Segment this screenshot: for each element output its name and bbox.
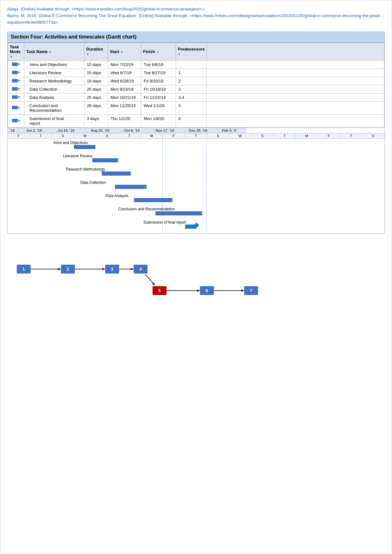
col-header-task-mode[interactable]: TaskMode ▼ xyxy=(8,43,24,60)
gantt-day-cell: F xyxy=(8,133,30,138)
task-mode-icon xyxy=(12,79,20,82)
gantt-task-label: Literature Review xyxy=(63,154,92,158)
predecessors-cell: 5 xyxy=(176,101,207,114)
network-node-label: 6 xyxy=(206,288,208,293)
col-dropdown-finish[interactable]: ▼ xyxy=(156,51,159,54)
col-dropdown-task-name[interactable]: ▼ xyxy=(49,51,51,54)
task-name-cell: Data Analysis xyxy=(24,93,84,101)
svg-marker-9 xyxy=(197,289,200,292)
col-dropdown-start[interactable]: ▼ xyxy=(120,51,123,54)
task-name-cell: Data Collection xyxy=(24,85,84,93)
task-name-text: Research Methodology xyxy=(29,79,72,83)
task-name-cell: Literature Review xyxy=(24,69,84,77)
task-mode-cell xyxy=(8,93,24,101)
start-cell: Mon 9/23/19 xyxy=(108,85,141,93)
col-header-task-name[interactable]: Task Name ▼ xyxy=(24,43,84,60)
predecessors-cell xyxy=(176,60,207,69)
gantt-bar xyxy=(74,145,95,149)
gantt-chart-body: Aims and ObjectivesLiterature ReviewRese… xyxy=(8,139,384,233)
task-name-text: Conclusion and xyxy=(29,103,58,108)
predecessors-cell: 6 xyxy=(176,114,207,127)
finish-cell: Fri 10/18/19 xyxy=(141,85,176,93)
gantt-date-cell: ,'19 xyxy=(8,128,25,133)
gantt-bar xyxy=(115,185,147,189)
task-name-text: Data Analysis xyxy=(29,95,54,100)
task-name-text: report xyxy=(29,121,40,126)
col-header-start[interactable]: Start ▼ xyxy=(108,43,141,60)
extra-cell xyxy=(207,114,384,127)
gantt-day-cell: M xyxy=(296,133,318,138)
task-mode-icon xyxy=(12,87,20,91)
task-name-cell: Research Methodology xyxy=(24,77,84,85)
gantt-date-cell: Nov 17, '19 xyxy=(154,128,188,133)
gantt-task-label: Conclusion and Recommendetion xyxy=(118,207,175,211)
gantt-day-cell: M xyxy=(141,133,163,138)
col-header-duration[interactable]: Duration ▼ xyxy=(84,43,108,60)
finish-cell: Fri 9/20/19 xyxy=(141,77,176,85)
gantt-date-header: ,'19Jun 2, '19Jul 14, '19Aug 25, '19Oct … xyxy=(8,128,384,133)
task-mode-icon xyxy=(12,106,20,109)
reference-1: Adapt. [Online] Available through: <http… xyxy=(7,6,385,13)
task-name-text: Data Collection xyxy=(29,87,57,92)
start-cell: Wed 8/28/19 xyxy=(108,77,141,85)
gantt-chart-area: ,'19Jun 2, '19Jul 14, '19Aug 25, '19Oct … xyxy=(7,128,385,234)
gantt-task-label: Research Methodology xyxy=(66,167,105,172)
gantt-dashed-line xyxy=(207,139,207,233)
task-mode-cell xyxy=(8,101,24,114)
col-label-predecessors: Predecessors xyxy=(178,47,205,51)
gantt-day-cell: S xyxy=(207,133,229,138)
references-section: Adapt. [Online] Available through: <http… xyxy=(7,6,385,26)
gantt-bar xyxy=(92,158,118,162)
task-mode-cell xyxy=(8,60,24,69)
task-mode-icon xyxy=(12,71,20,74)
gantt-day-cell: S xyxy=(52,133,74,138)
task-mode-cell xyxy=(8,114,24,127)
gantt-date-cell: Jun 2, '19 xyxy=(25,128,57,133)
network-diagram: 1234567 xyxy=(7,241,385,310)
duration-cell: 3 days xyxy=(84,114,108,127)
extra-cell xyxy=(207,60,384,69)
col-header-finish[interactable]: Finish ▼ xyxy=(141,43,176,60)
network-node-label: 5 xyxy=(158,288,161,293)
start-cell: Mon 10/21/19 xyxy=(108,93,141,101)
task-name-cell: Conclusion andRecommendetion xyxy=(24,101,84,114)
reference-2: Barns. M. 2016. Global E-Commerce Becomi… xyxy=(7,13,385,26)
col-dropdown-task-mode[interactable]: ▼ xyxy=(10,55,13,58)
task-mode-icon xyxy=(12,119,20,122)
table-row: Research Methodology18 daysWed 8/28/19Fr… xyxy=(8,77,384,85)
task-name-text: Aims and Objectives xyxy=(29,62,67,67)
task-mode-icon xyxy=(12,95,20,99)
duration-cell: 12 days xyxy=(84,60,108,69)
gantt-bar xyxy=(155,211,202,215)
extra-cell xyxy=(207,101,384,114)
svg-marker-1 xyxy=(58,268,61,270)
finish-cell: Fri 11/22/19 xyxy=(141,93,176,101)
network-svg: 1234567 xyxy=(7,241,385,310)
gantt-day-cell: W xyxy=(229,133,251,138)
col-header-extra xyxy=(207,43,384,60)
gantt-day-cell: T xyxy=(274,133,296,138)
col-label-start: Start xyxy=(110,49,119,54)
gantt-date-cell: Dec 29, '19 xyxy=(188,128,221,133)
gantt-date-cell: Oct 6, '19 xyxy=(123,128,154,133)
gantt-day-cell: W xyxy=(74,133,96,138)
col-label-finish: Finish xyxy=(143,49,155,54)
table-row: Conclusion andRecommendetion28 daysMon 1… xyxy=(8,101,384,114)
col-dropdown-predecessors[interactable]: ▼ xyxy=(178,53,181,56)
col-header-predecessors[interactable]: Predecessors ▼ xyxy=(176,43,207,60)
gantt-day-cell: S xyxy=(96,133,118,138)
finish-cell: Mon 1/6/20 xyxy=(141,114,176,127)
col-label-task-name: Task Name xyxy=(26,49,48,54)
network-node-label: 2 xyxy=(67,267,69,272)
gantt-table: TaskMode ▼ Task Name ▼ Duration ▼ Start … xyxy=(8,43,384,128)
table-row: Submission of finalreport3 daysThu 1/2/2… xyxy=(8,114,384,127)
gantt-day-cell: S xyxy=(251,133,274,138)
finish-cell: Wed 1/1/20 xyxy=(141,101,176,114)
table-row: Aims and Objectives12 daysMon 7/22/19Tue… xyxy=(8,60,384,69)
gantt-task-label: Aims and Objectives xyxy=(53,141,88,145)
task-name-text: Recommendetion xyxy=(29,108,62,113)
col-dropdown-duration[interactable]: ▼ xyxy=(86,53,89,56)
gantt-day-header: FTSWSTMFTSWSTMFTS xyxy=(8,133,384,139)
gantt-day-cell: T xyxy=(185,133,207,138)
task-mode-cell xyxy=(8,69,24,77)
